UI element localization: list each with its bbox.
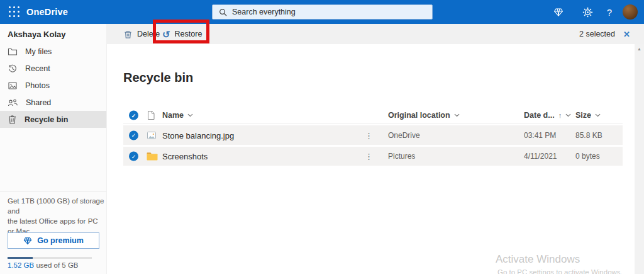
history-icon: [8, 64, 18, 74]
sidebar-item-shared[interactable]: Shared: [0, 94, 106, 111]
diamond-icon: [23, 237, 32, 245]
page-title: Recycle bin: [123, 71, 193, 85]
chevron-down-icon: [565, 113, 571, 117]
table-header-row: ✓ Name Original location Date d... ↑ Siz…: [123, 107, 623, 124]
app-launcher-icon[interactable]: [9, 6, 20, 18]
restore-icon: ↺: [162, 30, 170, 39]
clear-selection-icon[interactable]: ✕: [623, 24, 630, 44]
people-icon: [8, 98, 18, 108]
table-row[interactable]: ✓ Stone balancing.jpg ⋮ OneDrive 03:41 P…: [123, 125, 623, 145]
original-location: Pictures: [388, 152, 415, 161]
column-header-size[interactable]: Size: [575, 111, 601, 120]
restore-label: Restore: [175, 30, 203, 38]
search-icon: [219, 8, 227, 16]
column-header-date[interactable]: Date d... ↑: [524, 111, 571, 120]
chevron-down-icon: [454, 113, 460, 117]
activate-windows-watermark: Activate Windows Go to PC settings to ac…: [496, 253, 623, 274]
go-premium-button[interactable]: Go premium: [8, 232, 99, 249]
column-header-name[interactable]: Name: [162, 111, 193, 120]
trash-icon: [123, 30, 133, 39]
chevron-down-icon: [595, 113, 601, 117]
sort-ascending-icon: ↑: [558, 111, 562, 119]
delete-label: Delete: [137, 30, 160, 38]
left-navigation: Akshaya Kolay My files Recent: [0, 24, 107, 274]
storage-fill: [8, 257, 33, 259]
file-type-column-icon[interactable]: [147, 110, 155, 120]
restore-button[interactable]: ↺ Restore: [162, 24, 202, 44]
storage-suffix: used of 5 GB: [34, 261, 78, 269]
delete-button[interactable]: Delete: [123, 24, 160, 44]
select-all-checkbox[interactable]: ✓: [129, 111, 138, 120]
storage-used-link[interactable]: 1.52 GB: [8, 261, 34, 269]
file-name[interactable]: Screenshots: [162, 152, 208, 161]
sidebar-item-recycle-bin[interactable]: Recycle bin: [0, 111, 106, 128]
date-deleted: 03:41 PM: [524, 131, 556, 140]
sidebar-item-my-files[interactable]: My files: [0, 43, 106, 60]
storage-text: 1.52 GB used of 5 GB: [8, 261, 79, 269]
command-bar: Delete ↺ Restore 2 selected ✕: [107, 24, 644, 44]
help-icon[interactable]: ?: [600, 0, 619, 24]
row-checkbox-selected[interactable]: ✓: [129, 130, 138, 140]
original-location: OneDrive: [388, 131, 420, 140]
more-options-icon[interactable]: ⋮: [365, 130, 373, 140]
file-size: 85.8 KB: [575, 131, 602, 140]
premium-diamond-icon[interactable]: [549, 0, 568, 24]
nav-list: My files Recent Photos: [0, 43, 106, 128]
watermark-line-1: Activate Windows: [496, 253, 623, 266]
chevron-down-icon: [187, 113, 193, 117]
row-checkbox-selected[interactable]: ✓: [129, 152, 138, 161]
scroll-up-icon[interactable]: ▲: [635, 47, 644, 51]
image-file-icon: [147, 130, 157, 140]
sidebar-divider: [0, 191, 106, 191]
vertical-scrollbar[interactable]: ▲: [635, 44, 644, 274]
more-options-icon[interactable]: ⋮: [365, 152, 373, 161]
sidebar-item-recent[interactable]: Recent: [0, 60, 106, 77]
main-content: Recycle bin ✓ Name Original location Dat…: [107, 44, 635, 274]
sidebar-item-photos[interactable]: Photos: [0, 77, 106, 94]
storage-progress-bar: [8, 257, 92, 259]
search-input[interactable]: [232, 8, 408, 16]
promo-line-1: Get 1TB (1000 GB) of storage and: [8, 196, 106, 216]
user-avatar[interactable]: [623, 4, 638, 20]
app-title: OneDrive: [26, 0, 68, 24]
user-name: Akshaya Kolay: [8, 30, 66, 39]
folder-icon: [8, 47, 18, 57]
search-box[interactable]: [212, 4, 433, 20]
file-size: 0 bytes: [575, 152, 600, 161]
table-row[interactable]: ✓ Screenshots ⋮ Pictures 4/11/2021 0 byt…: [123, 147, 623, 166]
selection-count: 2 selected: [579, 24, 615, 44]
go-premium-label: Go premium: [37, 236, 84, 245]
folder-icon: [147, 152, 158, 161]
file-name[interactable]: Stone balancing.jpg: [162, 130, 234, 140]
watermark-line-2: Go to PC settings to activate Windows.: [497, 268, 623, 274]
date-deleted: 4/11/2021: [524, 152, 557, 161]
top-app-bar: OneDrive ?: [0, 0, 644, 24]
settings-gear-icon[interactable]: [578, 0, 597, 24]
photos-icon: [8, 81, 18, 91]
column-header-location[interactable]: Original location: [388, 111, 460, 120]
recycle-bin-icon: [8, 115, 17, 125]
